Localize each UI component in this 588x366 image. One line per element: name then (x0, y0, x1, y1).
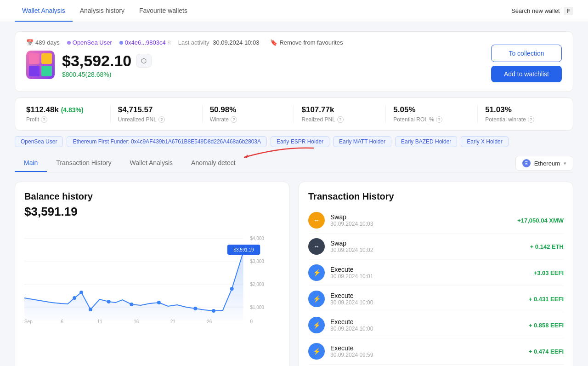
two-col-layout: Balance history $3,591.19 (15, 182, 573, 366)
tx-icon-execute-4: ⚡ (308, 343, 325, 360)
profit-info-icon[interactable]: ? (41, 116, 47, 123)
subtab-wallet-analysis[interactable]: Wallet Analysis (120, 154, 182, 172)
stat-winrate-value: 50.98% (210, 105, 287, 114)
svg-point-20 (130, 303, 133, 306)
svg-text:$3,591.19: $3,591.19 (234, 247, 254, 252)
stat-roi-value: 5.05% (393, 105, 470, 114)
nav-search-area: Search new wallet F (511, 7, 573, 15)
balance-chart: $4,000 $3,000 $2,000 $1,000 0 Sep 6 11 1… (24, 224, 280, 326)
tx-type: Execute (330, 344, 523, 352)
tx-info: Execute 30.09.2024 09:59 (330, 344, 523, 358)
tx-icon-execute-1: ⚡ (308, 264, 325, 281)
tx-icon-execute-2: ⚡ (308, 291, 325, 307)
address-dot (119, 41, 123, 45)
svg-point-23 (212, 309, 215, 313)
remove-favourites-btn[interactable]: 🔖 Remove from favourites (270, 39, 343, 46)
svg-point-24 (230, 287, 234, 291)
tx-type: Execute (330, 318, 523, 326)
balance-history-value: $3,591.19 (24, 205, 280, 219)
tx-date: 30.09.2024 10:02 (330, 247, 525, 253)
subtab-transaction-history[interactable]: Transaction History (47, 154, 120, 172)
tag-x-holder[interactable]: Early X Holder (461, 136, 508, 147)
stat-unrealized-label: Unrealized PNL ? (118, 116, 195, 123)
winrate-info-icon[interactable]: ? (231, 116, 237, 123)
copy-icon[interactable]: ⎘ (168, 40, 171, 46)
subtab-main[interactable]: Main (15, 154, 47, 172)
tx-icon-swap-xmw: ↔ (308, 212, 325, 229)
tx-amount: + 0.142 ETH (530, 243, 564, 250)
search-new-wallet-label: Search new wallet (511, 7, 560, 14)
stat-realized-value: $107.77k (301, 105, 378, 114)
tag-matt-holder[interactable]: Early MATT Holder (333, 136, 391, 147)
stat-potential-winrate-label: Potential winrate ? (485, 116, 562, 123)
tx-date: 30.09.2024 09:59 (330, 352, 523, 358)
tag-bazed-holder[interactable]: Early BAZED Holder (395, 136, 457, 147)
table-row: ⚡ Execute 30.09.2024 10:00 + 0.431 EEFI (308, 286, 564, 312)
stats-card: $112.48k (4.83%) Profit ? $4,715.57 Unre… (15, 97, 573, 131)
calendar-icon: 📅 (26, 39, 34, 46)
stat-potential-winrate: 51.03% Potential winrate ? (478, 105, 562, 123)
tx-amount: +17,050.04 XMW (517, 217, 564, 224)
tx-info: Swap 30.09.2024 10:02 (330, 240, 525, 253)
add-to-watchlist-button[interactable]: Add to watchlist (491, 66, 562, 82)
bookmark-icon: 🔖 (270, 39, 277, 46)
chevron-down-icon: ▾ (564, 160, 566, 166)
tx-icon-execute-3: ⚡ (308, 317, 325, 333)
tx-date: 30.09.2024 10:00 (330, 326, 523, 332)
arrow-annotation (235, 144, 318, 164)
tx-amount: +3.03 EEFI (534, 269, 564, 276)
tab-favourite-wallets[interactable]: Favourite wallets (132, 0, 195, 22)
svg-point-17 (79, 291, 83, 294)
tx-type: Swap (330, 240, 525, 247)
svg-point-21 (157, 301, 161, 304)
svg-point-16 (73, 296, 76, 300)
table-row: ↔ Swap 30.09.2024 10:02 + 0.142 ETH (308, 234, 564, 260)
network-selector[interactable]: Ξ Ethereum ▾ (515, 156, 573, 171)
balance-history-card: Balance history $3,591.19 (15, 182, 289, 366)
avatar-cell-purple (29, 66, 40, 76)
opensea-dot (67, 41, 71, 45)
wallet-card: 📅 489 days OpenSea User 0x4e6...9803c4 ⎘… (15, 31, 573, 92)
tx-type: Execute (330, 292, 523, 299)
stat-realized-pnl: $107.77k Realized PNL ? (294, 105, 386, 123)
tx-amount: + 0.858 EEFI (529, 322, 564, 329)
share-button[interactable]: ⬡ (136, 54, 152, 68)
stat-profit: $112.48k (4.83%) Profit ? (26, 105, 111, 123)
wallet-actions: To collection Add to watchlist (491, 45, 562, 82)
tx-type: Execute (330, 266, 528, 273)
stat-realized-label: Realized PNL ? (301, 116, 378, 123)
avatar-cell-yellow (41, 53, 52, 64)
chart-container: $4,000 $3,000 $2,000 $1,000 0 Sep 6 11 1… (24, 224, 280, 326)
tx-amount: + 0.474 EEFI (529, 348, 564, 355)
unrealized-info-icon[interactable]: ? (158, 116, 165, 123)
tab-wallet-analysis[interactable]: Wallet Analysis (15, 0, 73, 22)
stat-potential-winrate-value: 51.03% (485, 105, 562, 114)
last-activity: Last activity 30.09.2024 10:03 (178, 39, 260, 46)
stat-unrealized-pnl: $4,715.57 Unrealized PNL ? (111, 105, 203, 123)
tx-type: Swap (330, 213, 512, 221)
tab-analysis-history[interactable]: Analysis history (73, 0, 132, 22)
tx-date: 30.09.2024 10:03 (330, 221, 512, 227)
table-row: ⚡ Execute 30.09.2024 09:59 + 0.474 EEFI (308, 338, 564, 365)
to-collection-button[interactable]: To collection (491, 45, 562, 62)
svg-point-18 (89, 308, 92, 311)
eth-icon: Ξ (522, 159, 531, 167)
table-row: ↔ Swap 30.09.2024 10:03 +17,050.04 XMW (308, 207, 564, 234)
stat-roi-label: Potential ROI, % ? (393, 116, 470, 123)
svg-text:$2,000: $2,000 (250, 282, 264, 287)
top-nav: Wallet Analysis Analysis history Favouri… (0, 0, 588, 22)
wallet-change: $800.45(28.68%) (62, 71, 152, 78)
roi-info-icon[interactable]: ? (436, 116, 442, 123)
opensea-user-label[interactable]: OpenSea User (67, 39, 112, 46)
wallet-meta-row: 📅 489 days OpenSea User 0x4e6...9803c4 ⎘… (26, 39, 480, 46)
wallet-address: 0x4e6...9803c4 ⎘ (119, 39, 171, 46)
tx-date: 30.09.2024 10:01 (330, 273, 528, 280)
realized-info-icon[interactable]: ? (337, 116, 344, 123)
tx-date: 30.09.2024 10:00 (330, 299, 523, 306)
tag-opensea-user[interactable]: OpenSea User (15, 136, 63, 147)
potential-winrate-info-icon[interactable]: ? (528, 116, 534, 123)
stat-potential-roi: 5.05% Potential ROI, % ? (386, 105, 478, 123)
stat-unrealized-value: $4,715.57 (118, 105, 195, 114)
avatar-cell-pink (29, 53, 40, 64)
transaction-history-title: Transaction History (308, 191, 564, 202)
